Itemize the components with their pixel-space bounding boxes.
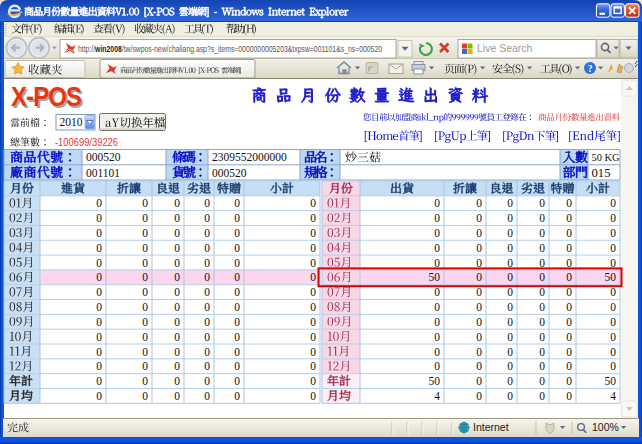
svg-text:0: 0	[204, 375, 210, 387]
svg-text:0: 0	[539, 227, 545, 239]
svg-text:0: 0	[434, 360, 440, 372]
svg-text:0: 0	[96, 286, 102, 298]
svg-text:0: 0	[566, 212, 572, 224]
svg-text:0: 0	[142, 331, 148, 343]
svg-text:0: 0	[234, 346, 240, 358]
svg-text:0: 0	[476, 286, 482, 298]
svg-text:0: 0	[142, 390, 148, 402]
svg-text:0: 0	[234, 301, 240, 313]
svg-text:0: 0	[539, 331, 545, 343]
svg-text:0: 0	[174, 390, 180, 402]
svg-text:0: 0	[234, 197, 240, 209]
svg-text:0: 0	[96, 316, 102, 328]
svg-text:0: 0	[539, 197, 545, 209]
svg-text:0: 0	[610, 197, 616, 209]
svg-text:0: 0	[566, 227, 572, 239]
svg-text:0: 0	[476, 212, 482, 224]
svg-text:0: 0	[142, 375, 148, 387]
svg-text:100%: 100%	[592, 421, 619, 433]
svg-text:0: 0	[507, 197, 513, 209]
svg-text:0: 0	[234, 316, 240, 328]
svg-text:0: 0	[142, 227, 148, 239]
svg-text:0: 0	[310, 331, 316, 343]
svg-text:0: 0	[142, 271, 148, 283]
svg-text:0: 0	[204, 212, 210, 224]
svg-text:2309552000000: 2309552000000	[212, 151, 287, 163]
svg-text:0: 0	[96, 257, 102, 269]
svg-text:000520: 000520	[212, 167, 247, 179]
svg-text:0: 0	[234, 257, 240, 269]
svg-text:0: 0	[539, 375, 545, 387]
svg-text:0: 0	[507, 227, 513, 239]
svg-text:0: 0	[476, 390, 482, 402]
svg-text:0: 0	[96, 271, 102, 283]
svg-text:0: 0	[566, 316, 572, 328]
svg-text:0: 0	[539, 242, 545, 254]
svg-text:0: 0	[476, 331, 482, 343]
svg-text:0: 0	[507, 301, 513, 313]
svg-text:0: 0	[96, 331, 102, 343]
svg-text:0: 0	[507, 375, 513, 387]
svg-text:0: 0	[234, 227, 240, 239]
svg-text:0: 0	[310, 242, 316, 254]
svg-text:0: 0	[507, 257, 513, 269]
svg-text:0: 0	[174, 375, 180, 387]
svg-text:0: 0	[142, 242, 148, 254]
svg-text:0: 0	[476, 197, 482, 209]
svg-text:0: 0	[96, 301, 102, 313]
svg-text:015: 015	[592, 167, 611, 179]
svg-text:0: 0	[174, 331, 180, 343]
svg-text:0: 0	[142, 286, 148, 298]
svg-text:0: 0	[204, 271, 210, 283]
svg-text:0: 0	[310, 212, 316, 224]
svg-text:0: 0	[434, 286, 440, 298]
svg-text:0: 0	[434, 197, 440, 209]
svg-text:0: 0	[610, 301, 616, 313]
svg-text:0: 0	[566, 286, 572, 298]
svg-text:0: 0	[96, 242, 102, 254]
svg-text:0: 0	[566, 257, 572, 269]
svg-text:0: 0	[539, 257, 545, 269]
svg-text:0: 0	[234, 242, 240, 254]
svg-text:0: 0	[434, 257, 440, 269]
svg-text:0: 0	[539, 316, 545, 328]
svg-text:0: 0	[610, 242, 616, 254]
svg-text:0: 0	[434, 346, 440, 358]
svg-text:0: 0	[539, 346, 545, 358]
svg-text:0: 0	[204, 360, 210, 372]
svg-text:0: 0	[610, 360, 616, 372]
svg-text:0: 0	[476, 271, 482, 283]
svg-text:0: 0	[434, 331, 440, 343]
svg-text:0: 0	[174, 286, 180, 298]
svg-text:0: 0	[310, 257, 316, 269]
svg-text:0: 0	[96, 197, 102, 209]
svg-text:0: 0	[234, 331, 240, 343]
svg-text:0: 0	[610, 257, 616, 269]
svg-text:0: 0	[566, 390, 572, 402]
svg-text:0: 0	[539, 286, 545, 298]
svg-text:0: 0	[174, 197, 180, 209]
svg-text:000520: 000520	[86, 151, 121, 163]
svg-text:0: 0	[610, 212, 616, 224]
svg-text:0: 0	[310, 197, 316, 209]
svg-text:0: 0	[539, 360, 545, 372]
svg-text:-100699/39226: -100699/39226	[55, 136, 118, 148]
svg-text:50 KG: 50 KG	[592, 151, 620, 163]
svg-text:0: 0	[539, 212, 545, 224]
svg-text:X-POS: X-POS	[11, 82, 81, 112]
svg-text:0: 0	[174, 257, 180, 269]
svg-text:0: 0	[310, 360, 316, 372]
svg-text:0: 0	[234, 390, 240, 402]
svg-text:4: 4	[610, 390, 616, 402]
svg-text:0: 0	[566, 346, 572, 358]
svg-text:0: 0	[310, 375, 316, 387]
svg-text:0: 0	[507, 242, 513, 254]
svg-text:0: 0	[204, 286, 210, 298]
svg-text:0: 0	[434, 242, 440, 254]
svg-text:0: 0	[174, 227, 180, 239]
svg-text:0: 0	[234, 271, 240, 283]
svg-text:0: 0	[96, 227, 102, 239]
svg-text:4: 4	[434, 390, 440, 402]
svg-text:0: 0	[204, 301, 210, 313]
svg-text:0: 0	[507, 286, 513, 298]
